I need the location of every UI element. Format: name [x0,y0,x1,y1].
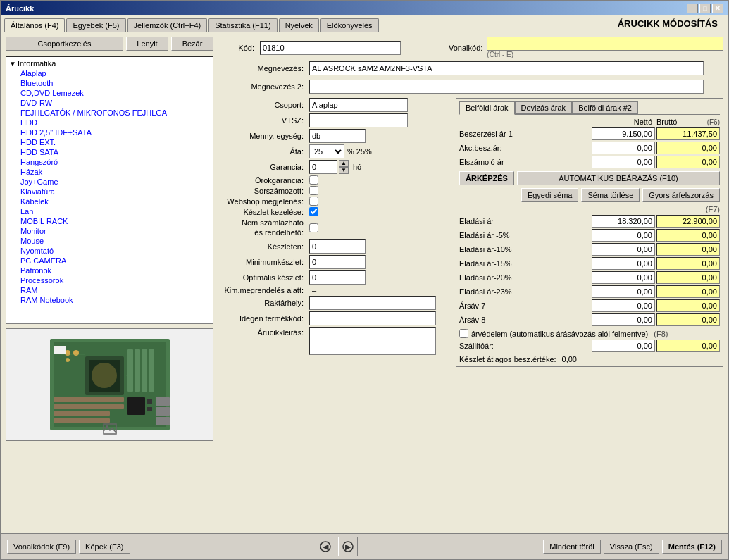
tree-item-hdd25[interactable]: HDD 2,5" IDE+SATA [19,127,211,137]
nav-first-button[interactable]: ◀ [316,537,335,556]
tab-altalanos[interactable]: Általános (F4) [4,18,65,32]
tree-item-hdd-ext[interactable]: HDD EXT. [19,137,211,147]
price-tab-devizas[interactable]: Devizás árak [515,101,573,114]
szallito-brutto[interactable] [656,340,720,352]
gyors-arfelszorzas-button[interactable]: Gyors árfelszorzás [642,188,720,202]
tree-item-dvd-rw[interactable]: DVD-RW [19,98,211,108]
vissza-button[interactable]: Vissza (Esc) [604,540,659,554]
tab-elokonyveles[interactable]: Előkönyvelés [320,18,379,32]
eladasi-netto-5[interactable] [592,285,655,298]
tree-item-joygame[interactable]: Joy+Game [19,177,211,187]
szallito-netto[interactable] [592,340,655,352]
orokgarancia-checkbox[interactable] [309,175,318,185]
tree-item-klaviatura[interactable]: Klaviatúra [19,187,211,197]
eladasi-netto-3[interactable] [592,257,655,270]
tree-item-patronok[interactable]: Patronok [19,266,211,275]
tree-item-processorok[interactable]: Processorok [19,275,211,285]
tab-jellemzok[interactable]: Jellemzők (Ctrl+F4) [127,18,208,32]
tree-item-monitor[interactable]: Monitor [19,226,211,236]
vtsz-input[interactable] [309,113,408,127]
tree-root-informatika[interactable]: ▼ Informatika [8,58,211,68]
tab-nyelvek[interactable]: Nyelvek [279,18,319,32]
tree-item-mobil-rack[interactable]: MOBIL RACK [19,216,211,226]
egyedi-sema-button[interactable]: Egyedi séma [521,188,579,202]
bezar-button[interactable]: Bezár [171,37,213,51]
tab-statisztika[interactable]: Statisztika (F11) [208,18,277,32]
eladasi-brutto-1[interactable] [656,229,720,242]
eladasi-brutto-0[interactable] [656,215,720,228]
sema-torlese-button[interactable]: Séma törlése [581,188,640,202]
menny-egyseg-input[interactable] [309,129,366,143]
eladasi-netto-1[interactable] [592,229,655,242]
tree-item-hdd-sata[interactable]: HDD SATA [19,147,211,157]
tree-item-bluetooth[interactable]: Bluetooth [19,78,211,88]
price-tab-belfoldi[interactable]: Belföldi árak [459,101,515,115]
eladasi-netto-2[interactable] [592,243,655,256]
close-button[interactable]: ✕ [712,4,723,13]
akc-brutto[interactable] [656,142,720,154]
eladasi-brutto-5[interactable] [656,285,720,298]
tree-item-hazak[interactable]: Házak [19,167,211,177]
tree-item-ram-notebook[interactable]: RAM Notebook [19,295,211,305]
beszerz-brutto[interactable] [656,127,720,140]
auto-bearzas-button[interactable]: AUTOMATIKUS BEÁRAZÁS (F10) [517,171,720,185]
raktarhely-input[interactable] [309,296,436,310]
eladasi-brutto-7[interactable] [656,313,720,326]
tree-item-pc-camera[interactable]: PC CAMERA [19,256,211,266]
tree-item-kabelek[interactable]: Kábelek [19,197,211,206]
megnevezes-input[interactable] [309,61,704,75]
tree-item-mouse[interactable]: Mouse [19,236,211,246]
sorszamozott-checkbox[interactable] [309,186,318,195]
nav-last-button[interactable]: ▶ [338,537,358,556]
mindent-torol-button[interactable]: Mindent töröl [543,540,601,554]
minimize-button[interactable]: _ [687,4,698,13]
tree-item-hangszoro[interactable]: Hangszóró [19,157,211,167]
beszerz-netto[interactable] [592,127,655,140]
nem-szamlaz-checkbox[interactable] [309,223,318,232]
price-tab-belfoldi2[interactable]: Belföldi árak #2 [572,101,638,114]
eladasi-netto-7[interactable] [592,313,655,326]
tree-item-ram[interactable]: RAM [19,285,211,295]
arkezes-button[interactable]: ÁRKÉPZÉS [459,171,514,185]
eladasi-netto-6[interactable] [592,299,655,312]
lenyit-button[interactable]: Lenyit [126,37,168,51]
arvedelm-checkbox[interactable] [459,329,468,338]
vonalkod-input[interactable] [487,37,723,51]
garancia-down-btn[interactable]: ▼ [339,167,349,174]
maximize-button[interactable]: □ [699,4,711,13]
eladasi-brutto-4[interactable] [656,271,720,284]
eladasi-brutto-2[interactable] [656,243,720,256]
csoportkezeles-button[interactable]: Csoportkezelés [6,37,123,51]
tree-item-lan[interactable]: Lan [19,206,211,216]
megnevezes2-input[interactable] [309,80,704,94]
tree-item-nyomtato[interactable]: Nyomtató [19,246,211,256]
arucikkleiras-input[interactable] [309,327,436,355]
vonalkodok-button[interactable]: Vonalkódok (F9) [7,540,76,554]
idegen-termek-input[interactable] [309,311,436,325]
elszamolo-brutto[interactable] [656,156,720,168]
image-upload-icon[interactable] [103,422,117,437]
tree-item-alaplap[interactable]: Alaplap [19,68,211,78]
akc-netto[interactable] [592,142,655,154]
optimalis-keszlet-input[interactable] [309,270,366,285]
keszlet-kezeles-checkbox[interactable] [309,207,318,216]
garancia-up-btn[interactable]: ▲ [339,160,349,167]
eladasi-netto-4[interactable] [592,271,655,284]
tree-item-hdd[interactable]: HDD [19,118,211,127]
mentes-button[interactable]: Mentés (F12) [662,540,722,554]
csoport-input[interactable] [309,98,408,112]
keszleten-input[interactable] [309,239,366,254]
minimumkeszlet-input[interactable] [309,255,366,269]
webshop-checkbox[interactable] [309,197,318,206]
eladasi-brutto-3[interactable] [656,257,720,270]
tree-item-cd-dvd[interactable]: CD,DVD Lemezek [19,88,211,98]
afa-select[interactable]: 25 27 18 5 0 [309,144,344,158]
kod-input[interactable] [260,41,401,55]
kepek-button[interactable]: Képek (F3) [79,540,130,554]
eladasi-netto-0[interactable] [592,215,655,228]
tab-egyebek[interactable]: Egyebek (F5) [66,18,125,32]
garancia-input[interactable] [309,160,337,174]
tree-item-fejhallg[interactable]: FEJHLGATÓK / MIKROFONOS FEJHLGA [19,108,211,118]
elszamolo-netto[interactable] [592,156,655,168]
eladasi-brutto-6[interactable] [656,299,720,312]
